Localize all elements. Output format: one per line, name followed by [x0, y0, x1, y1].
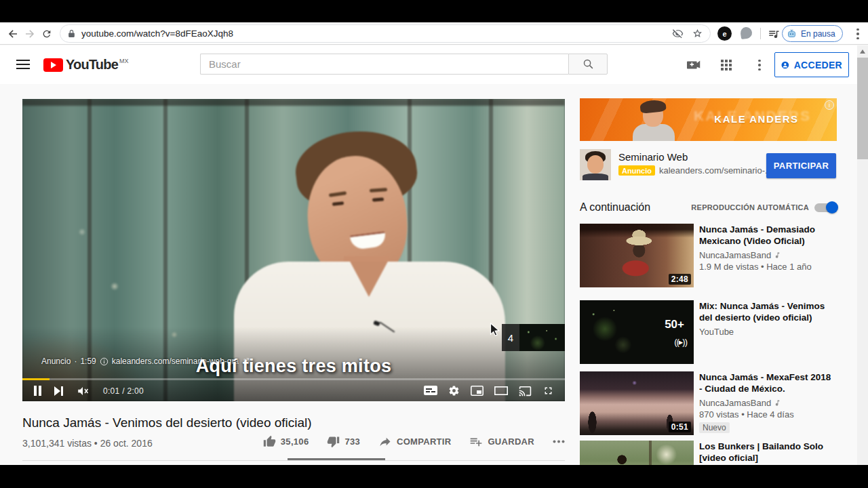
autoplay-toggle[interactable] [814, 203, 837, 212]
browser-menu-icon[interactable] [850, 26, 865, 41]
dislike-count: 733 [344, 436, 360, 447]
thumb-up-icon [263, 435, 276, 448]
ad-info-icon[interactable]: i [825, 100, 834, 110]
display-ad-banner[interactable]: KALE ANDERS KALE ANDERS i [580, 98, 837, 141]
settings-gear-icon[interactable] [448, 384, 460, 399]
search-input[interactable] [200, 54, 568, 75]
info-divider [22, 460, 565, 461]
robot-icon [786, 28, 797, 39]
settings-dots-icon[interactable] [751, 59, 768, 71]
volume-muted-icon[interactable] [76, 384, 90, 399]
bookmark-star-icon[interactable] [692, 28, 703, 39]
suggestion-row[interactable]: 0:51 Nunca Jamás - MexaFest 2018 - Ciuda… [580, 371, 837, 435]
paused-label: En pausa [801, 29, 835, 39]
player-controls: 0:01 / 2:00 [22, 380, 565, 401]
cast-icon[interactable] [519, 384, 532, 399]
top-black-strip [0, 0, 868, 22]
suggestion-meta: 1.9 M de vistas • Hace 1 año [699, 262, 835, 272]
video-meta: 3,101,341 vistas • 26 oct. 2016 [22, 438, 153, 449]
suggestion-meta: 870 vistas • Hace 4 días [699, 409, 835, 420]
scrollbar-thumb[interactable] [857, 58, 868, 159]
miniplayer-icon[interactable] [471, 384, 484, 399]
recording-paused-pill[interactable]: En pausa [782, 25, 843, 42]
suggestion-title[interactable]: Nunca Jamás - Demasiado Mexicano (Video … [699, 224, 835, 247]
like-count: 35,106 [281, 436, 309, 447]
screen: youtube.com/watch?v=8dFEaoXJqh8 e En pau… [0, 0, 868, 488]
search-button[interactable] [568, 54, 608, 75]
sign-in-button[interactable]: ACCEDER [774, 52, 849, 77]
promoted-webinar-card: Seminario Web Anuncio kaleanders.com/sem… [580, 149, 837, 182]
reload-icon[interactable] [39, 26, 54, 41]
eye-off-icon[interactable] [672, 28, 684, 39]
next-button[interactable] [54, 384, 64, 399]
suggestion-row[interactable]: 50+ ((▸)) Mix: Nunca Jamás - Venimos del… [580, 300, 837, 364]
mouse-cursor [490, 323, 501, 338]
suggestion-title[interactable]: Nunca Jamás - MexaFest 2018 - Ciudad de … [699, 371, 835, 394]
more-actions-button[interactable] [553, 440, 565, 443]
countdown-number: 4 [502, 324, 519, 351]
page-scrollbar[interactable] [857, 45, 868, 465]
like-button[interactable]: 35,106 [263, 435, 309, 448]
address-bar[interactable]: youtube.com/watch?v=8dFEaoXJqh8 [60, 24, 711, 43]
theater-mode-icon[interactable] [494, 384, 508, 399]
account-icon [781, 57, 789, 73]
autoplay-label: REPRODUCCIÓN AUTOMÁTICA [691, 203, 809, 211]
music-note-icon [774, 399, 781, 407]
region-label: MX [119, 58, 129, 64]
share-icon [378, 436, 392, 447]
create-video-icon[interactable] [686, 59, 703, 71]
playlist-add-icon [469, 436, 483, 447]
duration-badge: 2:48 [669, 274, 691, 285]
dislike-button[interactable]: 733 [327, 435, 360, 448]
mix-count-badge: 50+ [665, 318, 684, 331]
scrollbar-up-arrow[interactable] [860, 49, 865, 54]
mix-playlist-icon: ((▸)) [674, 337, 687, 347]
channel-name[interactable]: NuncaJamasBand [699, 250, 771, 260]
pause-button[interactable] [33, 384, 42, 399]
ellipsis-icon [553, 440, 565, 443]
up-next-header: A continuación REPRODUCCIÓN AUTOMÁTICA [580, 201, 837, 214]
balloon-extension-icon[interactable] [740, 26, 753, 39]
music-note-icon [774, 251, 781, 259]
youtube-play-icon [43, 58, 63, 72]
suggestion-thumbnail[interactable]: 0:51 [580, 371, 694, 435]
back-icon[interactable] [5, 26, 20, 41]
new-badge: Nuevo [699, 422, 730, 433]
url-text: youtube.com/watch?v=8dFEaoXJqh8 [81, 28, 672, 39]
apps-grid-icon[interactable] [718, 59, 734, 71]
suggestion-row[interactable]: 2:48 Nunca Jamás - Demasiado Mexicano (V… [580, 224, 837, 287]
mix-thumbnail[interactable]: 50+ ((▸)) [580, 300, 694, 364]
suggestion-thumbnail[interactable]: 2:48 [580, 224, 694, 287]
like-ratio-bar [288, 458, 385, 460]
share-button[interactable]: COMPARTIR [378, 436, 451, 447]
participate-button[interactable]: PARTICIPAR [766, 153, 836, 178]
next-video-thumbnail [519, 324, 565, 351]
video-player[interactable]: Anuncio · 1:59 kaleanders.com/seminario-… [22, 99, 565, 401]
save-button[interactable]: GUARDAR [469, 436, 534, 447]
promo-title[interactable]: Seminario Web [618, 151, 688, 163]
menu-hamburger-icon[interactable] [16, 60, 30, 69]
next-video-countdown[interactable]: 4 [502, 324, 565, 351]
suggestion-title[interactable]: Mix: Nunca Jamás - Venimos del desierto … [699, 300, 835, 323]
search-icon [583, 58, 594, 70]
promo-link[interactable]: kaleanders.com/seminario-... [659, 165, 772, 176]
duration-badge: 0:51 [669, 422, 691, 432]
youtube-header: YouTube MX ACCEDER [0, 45, 868, 84]
channel-name[interactable]: NuncaJamasBand [699, 398, 771, 408]
advertiser-avatar[interactable] [580, 149, 611, 180]
banner-title: KALE ANDERS [682, 113, 831, 125]
suggestion-title[interactable]: Los Bunkers | Bailando Solo [video ofici… [699, 441, 835, 464]
channel-name[interactable]: YouTube [699, 327, 734, 337]
video-title: Nunca Jamás - Venimos del desierto (vide… [22, 415, 538, 430]
media-queue-icon[interactable] [766, 26, 781, 41]
extension-icon[interactable]: e [717, 26, 732, 41]
subtitles-icon[interactable] [424, 384, 437, 399]
forward-icon[interactable] [22, 26, 37, 41]
lock-icon [67, 29, 76, 38]
ad-badge: Anuncio [618, 165, 655, 176]
video-caption: Aquí tienes tres mitos [22, 356, 565, 377]
youtube-logo[interactable]: YouTube MX [43, 57, 128, 73]
video-actions: 35,106 733 COMPARTIR GUARDAR [263, 435, 565, 448]
fullscreen-icon[interactable] [542, 384, 554, 399]
time-display: 0:01 / 2:00 [103, 386, 144, 396]
